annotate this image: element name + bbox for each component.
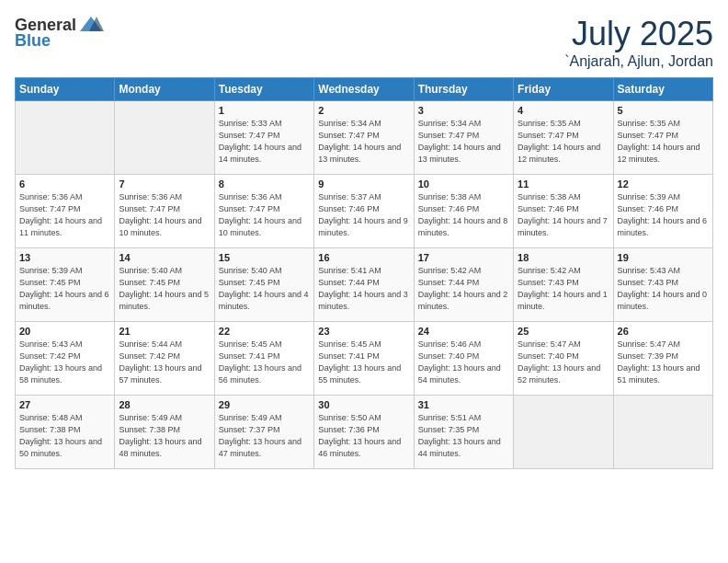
day-info: Sunrise: 5:40 AMSunset: 7:45 PMDaylight:… [219, 265, 310, 313]
calendar-day-cell: 27Sunrise: 5:48 AMSunset: 7:38 PMDayligh… [16, 396, 115, 469]
calendar-day-cell: 20Sunrise: 5:43 AMSunset: 7:42 PMDayligh… [16, 322, 115, 396]
day-number: 25 [518, 326, 609, 337]
day-number: 14 [119, 252, 210, 263]
logo: General Blue [15, 15, 106, 51]
calendar-day-cell: 7Sunrise: 5:36 AMSunset: 7:47 PMDaylight… [115, 175, 214, 248]
day-of-week-header: Friday [514, 78, 613, 101]
day-number: 9 [318, 178, 409, 190]
calendar-day-cell: 22Sunrise: 5:45 AMSunset: 7:41 PMDayligh… [214, 322, 313, 396]
day-number: 5 [618, 105, 709, 116]
title-block: July 2025 `Anjarah, Ajlun, Jordan [564, 15, 713, 70]
logo-icon [78, 15, 104, 35]
day-info: Sunrise: 5:43 AMSunset: 7:42 PMDaylight:… [19, 339, 110, 386]
day-number: 29 [219, 399, 310, 410]
day-info: Sunrise: 5:36 AMSunset: 7:47 PMDaylight:… [119, 191, 210, 239]
day-info: Sunrise: 5:38 AMSunset: 7:46 PMDaylight:… [418, 191, 509, 239]
day-of-week-header: Wednesday [314, 78, 414, 101]
day-number: 20 [19, 326, 110, 337]
day-info: Sunrise: 5:44 AMSunset: 7:42 PMDaylight:… [119, 339, 210, 386]
day-info: Sunrise: 5:41 AMSunset: 7:44 PMDaylight:… [318, 265, 409, 313]
calendar-day-cell: 25Sunrise: 5:47 AMSunset: 7:40 PMDayligh… [514, 322, 613, 396]
day-info: Sunrise: 5:46 AMSunset: 7:40 PMDaylight:… [418, 339, 509, 386]
day-number: 16 [318, 252, 409, 263]
calendar-day-cell: 4Sunrise: 5:35 AMSunset: 7:47 PMDaylight… [514, 101, 613, 175]
calendar-week-row: 6Sunrise: 5:36 AMSunset: 7:47 PMDaylight… [16, 175, 713, 248]
day-info: Sunrise: 5:50 AMSunset: 7:36 PMDaylight:… [318, 412, 409, 460]
day-number: 28 [119, 399, 210, 410]
day-info: Sunrise: 5:39 AMSunset: 7:46 PMDaylight:… [618, 191, 709, 239]
day-info: Sunrise: 5:35 AMSunset: 7:47 PMDaylight:… [618, 118, 709, 166]
day-number: 15 [219, 252, 310, 263]
day-info: Sunrise: 5:36 AMSunset: 7:47 PMDaylight:… [219, 191, 310, 239]
day-of-week-header: Sunday [16, 78, 115, 101]
calendar-day-cell [613, 396, 712, 469]
month-title: July 2025 [564, 15, 713, 53]
day-info: Sunrise: 5:40 AMSunset: 7:45 PMDaylight:… [119, 265, 210, 313]
calendar-week-row: 27Sunrise: 5:48 AMSunset: 7:38 PMDayligh… [16, 396, 713, 469]
day-number: 11 [518, 178, 609, 190]
day-info: Sunrise: 5:37 AMSunset: 7:46 PMDaylight:… [318, 191, 409, 239]
day-number: 3 [418, 105, 509, 116]
calendar-day-cell: 1Sunrise: 5:33 AMSunset: 7:47 PMDaylight… [214, 101, 313, 175]
calendar-day-cell [16, 101, 115, 175]
day-number: 19 [618, 252, 709, 263]
day-info: Sunrise: 5:33 AMSunset: 7:47 PMDaylight:… [219, 118, 310, 166]
day-info: Sunrise: 5:51 AMSunset: 7:35 PMDaylight:… [418, 412, 509, 460]
day-info: Sunrise: 5:34 AMSunset: 7:47 PMDaylight:… [418, 118, 509, 166]
calendar-header-row: SundayMondayTuesdayWednesdayThursdayFrid… [16, 78, 713, 101]
day-number: 26 [618, 326, 709, 337]
calendar-day-cell: 2Sunrise: 5:34 AMSunset: 7:47 PMDaylight… [314, 101, 414, 175]
day-info: Sunrise: 5:45 AMSunset: 7:41 PMDaylight:… [219, 339, 310, 386]
day-number: 13 [19, 252, 110, 263]
day-number: 1 [219, 105, 310, 116]
day-info: Sunrise: 5:47 AMSunset: 7:40 PMDaylight:… [518, 339, 609, 386]
calendar-day-cell: 17Sunrise: 5:42 AMSunset: 7:44 PMDayligh… [414, 248, 513, 322]
day-number: 10 [418, 178, 509, 190]
day-info: Sunrise: 5:34 AMSunset: 7:47 PMDaylight:… [318, 118, 409, 166]
calendar-day-cell: 11Sunrise: 5:38 AMSunset: 7:46 PMDayligh… [514, 175, 613, 248]
day-number: 27 [19, 399, 110, 410]
calendar-day-cell: 16Sunrise: 5:41 AMSunset: 7:44 PMDayligh… [314, 248, 414, 322]
day-info: Sunrise: 5:45 AMSunset: 7:41 PMDaylight:… [318, 339, 409, 386]
calendar-day-cell: 24Sunrise: 5:46 AMSunset: 7:40 PMDayligh… [414, 322, 513, 396]
location-title: `Anjarah, Ajlun, Jordan [564, 53, 713, 70]
day-number: 21 [119, 326, 210, 337]
day-of-week-header: Tuesday [214, 78, 313, 101]
calendar-day-cell: 12Sunrise: 5:39 AMSunset: 7:46 PMDayligh… [613, 175, 712, 248]
day-info: Sunrise: 5:42 AMSunset: 7:43 PMDaylight:… [518, 265, 609, 313]
day-number: 30 [318, 399, 409, 410]
day-number: 23 [318, 326, 409, 337]
day-info: Sunrise: 5:47 AMSunset: 7:39 PMDaylight:… [618, 339, 709, 386]
day-number: 7 [119, 178, 210, 190]
calendar-day-cell: 18Sunrise: 5:42 AMSunset: 7:43 PMDayligh… [514, 248, 613, 322]
day-info: Sunrise: 5:36 AMSunset: 7:47 PMDaylight:… [19, 191, 110, 239]
calendar-day-cell [514, 396, 613, 469]
day-number: 17 [418, 252, 509, 263]
calendar-day-cell: 29Sunrise: 5:49 AMSunset: 7:37 PMDayligh… [214, 396, 313, 469]
day-info: Sunrise: 5:38 AMSunset: 7:46 PMDaylight:… [518, 191, 609, 239]
day-number: 12 [618, 178, 709, 190]
calendar-day-cell: 23Sunrise: 5:45 AMSunset: 7:41 PMDayligh… [314, 322, 414, 396]
day-info: Sunrise: 5:42 AMSunset: 7:44 PMDaylight:… [418, 265, 509, 313]
calendar-day-cell: 13Sunrise: 5:39 AMSunset: 7:45 PMDayligh… [16, 248, 115, 322]
calendar-day-cell: 19Sunrise: 5:43 AMSunset: 7:43 PMDayligh… [613, 248, 712, 322]
calendar-table: SundayMondayTuesdayWednesdayThursdayFrid… [15, 77, 713, 469]
calendar-day-cell: 15Sunrise: 5:40 AMSunset: 7:45 PMDayligh… [214, 248, 313, 322]
day-number: 31 [418, 399, 509, 410]
calendar-day-cell: 3Sunrise: 5:34 AMSunset: 7:47 PMDaylight… [414, 101, 513, 175]
calendar-week-row: 20Sunrise: 5:43 AMSunset: 7:42 PMDayligh… [16, 322, 713, 396]
day-number: 2 [318, 105, 409, 116]
day-number: 6 [19, 178, 110, 190]
calendar-day-cell: 28Sunrise: 5:49 AMSunset: 7:38 PMDayligh… [115, 396, 214, 469]
calendar-week-row: 1Sunrise: 5:33 AMSunset: 7:47 PMDaylight… [16, 101, 713, 175]
calendar-week-row: 13Sunrise: 5:39 AMSunset: 7:45 PMDayligh… [16, 248, 713, 322]
day-info: Sunrise: 5:39 AMSunset: 7:45 PMDaylight:… [19, 265, 110, 313]
calendar-day-cell: 8Sunrise: 5:36 AMSunset: 7:47 PMDaylight… [214, 175, 313, 248]
calendar-day-cell: 30Sunrise: 5:50 AMSunset: 7:36 PMDayligh… [314, 396, 414, 469]
logo-blue: Blue [15, 31, 51, 51]
calendar-day-cell [115, 101, 214, 175]
day-of-week-header: Monday [115, 78, 214, 101]
day-number: 22 [219, 326, 310, 337]
calendar-day-cell: 21Sunrise: 5:44 AMSunset: 7:42 PMDayligh… [115, 322, 214, 396]
calendar-day-cell: 26Sunrise: 5:47 AMSunset: 7:39 PMDayligh… [613, 322, 712, 396]
